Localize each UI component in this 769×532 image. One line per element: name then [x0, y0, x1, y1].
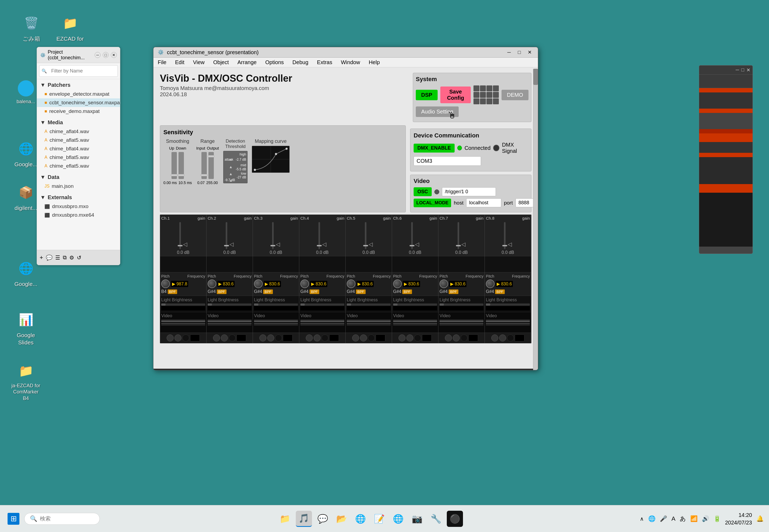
- smoothing-up-slider[interactable]: [171, 152, 177, 179]
- taskbar-app-teams[interactable]: 💬: [315, 511, 331, 527]
- comment-button[interactable]: 💬: [46, 254, 53, 261]
- menu-window[interactable]: Window: [336, 58, 364, 67]
- menu-arrange[interactable]: Arrange: [233, 58, 261, 67]
- pitch-knob-5[interactable]: [347, 279, 355, 288]
- demo-button[interactable]: DEMO: [502, 90, 529, 100]
- volume-icon[interactable]: 🔊: [702, 515, 709, 522]
- media-bflat4[interactable]: A chime_bflat4.wav: [37, 144, 120, 153]
- taskbar-app-word[interactable]: 📝: [371, 511, 388, 527]
- patcher-ccbt[interactable]: ■ ccbt_tonechime_sensor.maxpat: [37, 98, 120, 107]
- menu-options[interactable]: Options: [261, 58, 288, 67]
- extra-maximize[interactable]: □: [741, 67, 744, 73]
- start-button[interactable]: ⊞: [5, 511, 22, 527]
- search-input[interactable]: [40, 516, 94, 522]
- desktop-icon-trash[interactable]: 🗑️ ごみ箱: [15, 13, 47, 42]
- media-aflat5[interactable]: A chime_aflat5.wav: [37, 136, 120, 144]
- dsp-button[interactable]: DSP: [416, 90, 438, 100]
- data-json[interactable]: JS main.json: [37, 182, 120, 191]
- desktop-icon-ezcad[interactable]: 📁 EZCAD for: [54, 13, 86, 42]
- pitch-knob-6[interactable]: [393, 279, 402, 288]
- media-eflat5[interactable]: A chime_eflat5.wav: [37, 162, 120, 170]
- audio-setting-button[interactable]: Audio Setting: [416, 106, 459, 117]
- add-button[interactable]: +: [40, 254, 43, 261]
- filter-input[interactable]: [49, 67, 115, 75]
- menu-extras[interactable]: Extras: [313, 58, 337, 67]
- scrollbar-thumb[interactable]: [533, 69, 538, 85]
- main-close[interactable]: ✕: [526, 49, 534, 56]
- project-close[interactable]: ✕: [111, 52, 117, 58]
- project-minimize[interactable]: ─: [95, 52, 101, 58]
- osc-button[interactable]: OSC: [414, 187, 432, 196]
- pitch-knob-8[interactable]: [486, 279, 495, 288]
- range-input-slider[interactable]: [201, 152, 207, 179]
- chevron-up-icon[interactable]: ∧: [640, 516, 644, 522]
- menu-object[interactable]: Object: [209, 58, 233, 67]
- ch-fader-track-1[interactable]: [179, 222, 181, 249]
- taskbar-app-files[interactable]: 📁: [277, 511, 293, 527]
- extra-close[interactable]: ✕: [746, 67, 750, 73]
- ch-fader-track-6[interactable]: [411, 222, 413, 249]
- network-icon[interactable]: 🌐: [648, 515, 656, 522]
- taskbar-app-chrome[interactable]: 🌐: [352, 511, 368, 527]
- menu-edit[interactable]: Edit: [171, 58, 188, 67]
- pitch-knob-4[interactable]: [300, 279, 309, 288]
- dmx-enable-button[interactable]: DMX_ENABLE: [414, 144, 455, 153]
- external-dmxpro64[interactable]: ⬛ dmxusbpro.mxe64: [37, 211, 120, 219]
- desktop-icon-jaezcad[interactable]: 📁 ja-EZCAD for ComMarker B4: [10, 361, 42, 402]
- host-input[interactable]: [466, 198, 501, 207]
- taskbar-app-explorer[interactable]: 📂: [333, 511, 350, 527]
- menu-file[interactable]: File: [153, 58, 171, 67]
- patcher-receive[interactable]: ■ receive_demo.maxpat: [37, 107, 120, 116]
- battery-icon[interactable]: 🔋: [713, 515, 721, 522]
- externals-header[interactable]: ▼ Externals: [37, 193, 120, 202]
- scrollbar-right[interactable]: [533, 69, 538, 370]
- osc-path-input[interactable]: [442, 187, 496, 196]
- patchers-header[interactable]: ▼ Patchers: [37, 80, 120, 90]
- ime-icon[interactable]: あ: [680, 515, 686, 523]
- menu-debug[interactable]: Debug: [288, 58, 313, 67]
- media-bflat5[interactable]: A chime_bflat5.wav: [37, 153, 120, 162]
- taskbar-app-browser2[interactable]: 🌐: [390, 511, 406, 527]
- extra-minimize[interactable]: ─: [736, 67, 739, 73]
- wifi-icon[interactable]: 📶: [690, 515, 698, 522]
- taskbar-app-maxmsp[interactable]: 🎵: [296, 511, 312, 527]
- mic-icon[interactable]: 🎤: [660, 515, 667, 522]
- layers-button[interactable]: ⧉: [63, 254, 67, 261]
- local-mode-button[interactable]: LOCAL_MODE: [414, 199, 451, 207]
- range-output-slider[interactable]: [208, 152, 214, 179]
- media-aflat4[interactable]: A chime_aflat4.wav: [37, 127, 120, 136]
- project-maximize[interactable]: □: [103, 52, 109, 58]
- ch-fader-track-3[interactable]: [272, 222, 274, 249]
- taskbar-app-app1[interactable]: ⚫: [447, 511, 463, 527]
- refresh-button[interactable]: ↺: [77, 254, 81, 261]
- mapping-curve-box[interactable]: [252, 146, 289, 173]
- main-maximize[interactable]: □: [515, 49, 523, 56]
- pitch-knob-2[interactable]: [208, 279, 216, 288]
- list-button[interactable]: ☰: [55, 254, 60, 261]
- menu-help[interactable]: Help: [364, 58, 384, 67]
- menu-view[interactable]: View: [189, 58, 209, 67]
- font-icon[interactable]: A: [671, 515, 675, 522]
- external-dmxpro[interactable]: ⬛ dmxusbpro.mxo: [37, 202, 120, 211]
- main-minimize[interactable]: ─: [505, 49, 513, 56]
- taskbar-clock[interactable]: 14:20 2024/07/23: [725, 511, 752, 526]
- threshold-box[interactable]: high -2.7 dB mid -5.5 dB low -27 dB atta…: [223, 151, 247, 183]
- ch-fader-track-5[interactable]: [365, 222, 366, 249]
- pitch-knob-3[interactable]: [254, 279, 263, 288]
- ch-fader-track-2[interactable]: [226, 222, 227, 249]
- pitch-knob-7[interactable]: [440, 279, 448, 288]
- patcher-envelope[interactable]: ■ envelope_detector.maxpat: [37, 90, 120, 98]
- ch-fader-track-7[interactable]: [458, 222, 459, 249]
- taskbar-search[interactable]: 🔍: [24, 513, 100, 525]
- data-header[interactable]: ▼ Data: [37, 172, 120, 182]
- com-port-input[interactable]: [414, 156, 481, 166]
- taskbar-app-tool[interactable]: 🔧: [428, 511, 444, 527]
- notification-icon[interactable]: 🔔: [756, 515, 764, 522]
- settings-button[interactable]: ⚙: [69, 254, 74, 261]
- pitch-knob-1[interactable]: [161, 279, 170, 288]
- smoothing-down-slider[interactable]: [178, 152, 184, 179]
- save-config-button[interactable]: Save Config: [440, 87, 471, 103]
- media-header[interactable]: ▼ Media: [37, 118, 120, 127]
- desktop-icon-gslides[interactable]: 📊 Google Slides: [10, 310, 42, 346]
- ch-fader-track-4[interactable]: [318, 222, 320, 249]
